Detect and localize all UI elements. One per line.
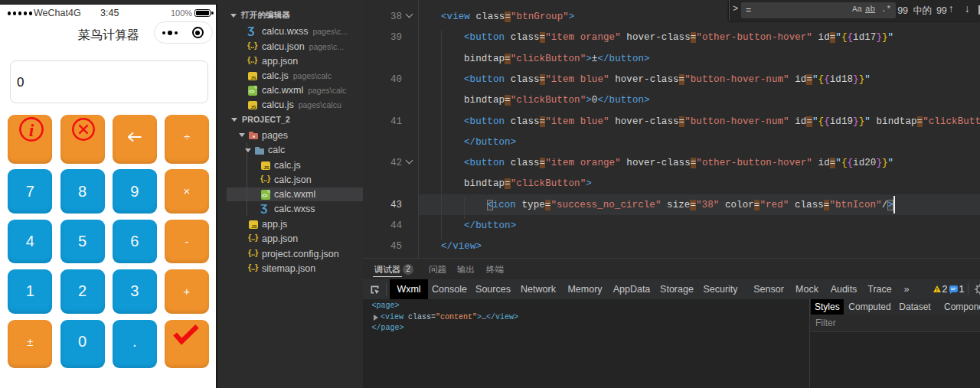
svg-text:i: i — [29, 120, 34, 140]
